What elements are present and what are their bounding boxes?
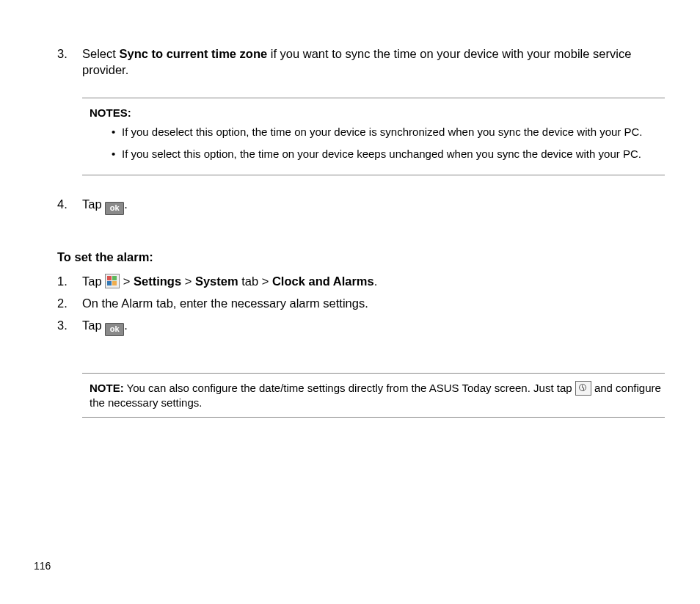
text: .	[374, 274, 378, 288]
notes-bullet-2: • If you select this option, the time on…	[90, 147, 665, 161]
clock-icon	[575, 381, 591, 396]
bullet-dot: •	[112, 147, 122, 161]
step-number: 2.	[57, 295, 82, 311]
step-3: 3. Select Sync to current time zone if y…	[57, 46, 665, 79]
page-number: 116	[34, 559, 51, 573]
alarm-steps: 1. Tap > Settings > System tab > Clock a…	[57, 273, 665, 337]
text: Select	[82, 47, 119, 60]
windows-flag-icon	[105, 274, 120, 288]
step-body: Tap > Settings > System tab > Clock and …	[82, 273, 665, 289]
alarm-step-2: 2. On the Alarm tab, enter the necessary…	[57, 295, 665, 311]
alarm-heading: To set the alarm:	[57, 249, 665, 265]
ok-icon: ok	[105, 323, 124, 336]
step-number: 3.	[57, 317, 82, 336]
settings-label: Settings	[134, 274, 181, 288]
ok-icon: ok	[105, 202, 124, 215]
step-body: Tap ok.	[82, 196, 665, 215]
notes-bullet-1: • If you deselect this option, the time …	[90, 125, 665, 139]
step-number: 4.	[57, 196, 82, 215]
notes-text: If you deselect this option, the time on…	[122, 125, 643, 139]
text: Tap	[82, 319, 105, 332]
sync-option-name: Sync to current time zone	[119, 47, 267, 60]
step-number: 3.	[57, 46, 82, 79]
step-body: Select Sync to current time zone if you …	[82, 46, 665, 79]
text: Tap	[82, 197, 105, 211]
step-number: 1.	[57, 273, 82, 289]
alarm-step-1: 1. Tap > Settings > System tab > Clock a…	[57, 273, 665, 289]
system-label: System	[195, 274, 238, 288]
text: Tap	[82, 274, 105, 288]
text: .	[124, 197, 128, 211]
manual-page: 3. Select Sync to current time zone if y…	[0, 0, 700, 604]
step-4: 4. Tap ok.	[57, 196, 665, 215]
bullet-dot: •	[112, 125, 122, 139]
note-label: NOTE:	[90, 382, 124, 394]
note-block: NOTE: You can also configure the date/ti…	[82, 373, 665, 418]
text: >	[120, 274, 134, 288]
text: On the Alarm tab, enter the necessary al…	[82, 296, 368, 310]
step-body: Tap ok.	[82, 317, 665, 336]
notes-title: NOTES:	[90, 106, 665, 120]
alarm-step-3: 3. Tap ok.	[57, 317, 665, 336]
note-text: You can also configure the date/time set…	[124, 382, 575, 394]
clock-alarms-label: Clock and Alarms	[272, 274, 374, 288]
notes-block: NOTES: • If you deselect this option, th…	[82, 98, 665, 176]
notes-text: If you select this option, the time on y…	[122, 147, 641, 161]
step-body: On the Alarm tab, enter the necessary al…	[82, 295, 665, 311]
text: .	[124, 319, 128, 332]
text: >	[181, 274, 195, 288]
text: tab >	[238, 274, 272, 288]
